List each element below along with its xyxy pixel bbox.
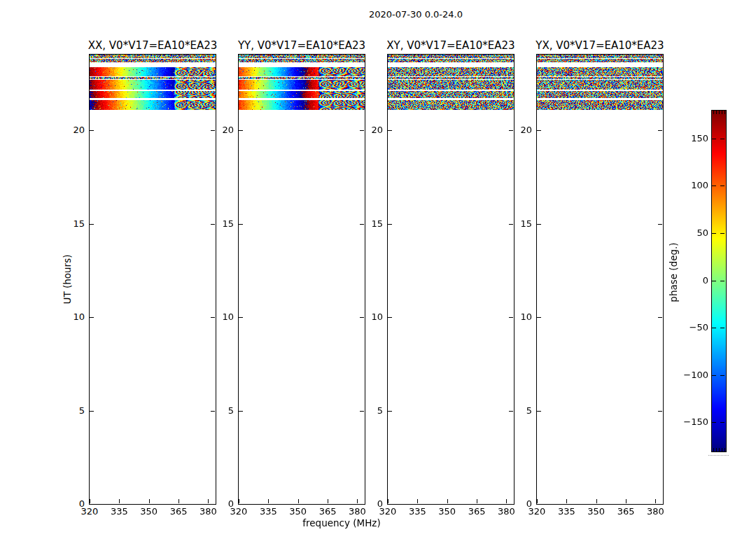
heatmap-canvas-XX xyxy=(90,55,216,504)
y-tick-mark xyxy=(537,411,541,412)
colorbar-tick-mark xyxy=(712,233,716,234)
y-tick-mark xyxy=(239,411,243,412)
colorbar-tick-label: −100 xyxy=(676,370,708,381)
y-tick-mark xyxy=(388,317,392,318)
x-tick-label: 350 xyxy=(135,506,163,517)
y-tick-mark xyxy=(90,504,94,505)
colorbar-dotted-underline xyxy=(708,455,729,456)
y-tick-label: 10 xyxy=(357,312,383,323)
x-tick-mark xyxy=(477,499,477,503)
heatmap-canvas-XY xyxy=(388,55,514,504)
heatmap-canvas-YY xyxy=(239,55,365,504)
y-tick-label: 5 xyxy=(208,405,234,416)
y-tick-mark xyxy=(388,224,392,225)
x-tick-mark xyxy=(328,499,328,503)
x-tick-mark xyxy=(298,499,299,503)
x-tick-mark xyxy=(655,499,656,503)
y-tick-label: 20 xyxy=(506,125,532,136)
colorbar-tick-label: −50 xyxy=(676,322,708,333)
colorbar-tick-mark xyxy=(712,281,716,281)
y-tick-label: 20 xyxy=(357,125,383,136)
colorbar-tick-mark xyxy=(720,139,724,139)
y-tick-mark xyxy=(388,504,392,505)
x-tick-label: 365 xyxy=(164,506,192,517)
y-tick-mark xyxy=(658,130,662,131)
y-tick-label: 10 xyxy=(59,312,85,323)
x-tick-mark xyxy=(119,499,120,503)
figure-title: 2020-07-30 0.0-24.0 xyxy=(276,9,556,20)
colorbar-tick-mark xyxy=(712,139,716,139)
x-tick-label: 335 xyxy=(403,506,431,517)
y-tick-mark xyxy=(537,130,541,131)
colorbar-tick-mark xyxy=(720,328,724,328)
y-tick-mark xyxy=(90,224,94,225)
heatmap-panel-XX xyxy=(89,54,216,505)
colorbar xyxy=(711,110,727,452)
x-tick-mark xyxy=(90,499,90,503)
x-tick-mark xyxy=(178,499,179,503)
y-tick-label: 15 xyxy=(506,218,532,230)
y-tick-mark xyxy=(388,411,392,412)
colorbar-tick-label: 150 xyxy=(676,133,708,144)
y-tick-label: 15 xyxy=(59,218,85,230)
y-tick-label: 5 xyxy=(59,405,85,416)
x-tick-label: 335 xyxy=(552,506,580,517)
y-tick-mark xyxy=(239,224,243,225)
x-tick-label: 365 xyxy=(463,506,491,517)
x-tick-mark xyxy=(417,499,418,503)
y-tick-label: 20 xyxy=(208,125,234,136)
y-axis-label: UT (hours) xyxy=(62,255,73,304)
y-tick-mark xyxy=(537,317,541,318)
x-tick-label: 320 xyxy=(76,506,104,517)
heatmap-canvas-YX xyxy=(537,55,663,504)
x-tick-mark xyxy=(626,499,626,503)
x-axis-label: frequency (MHz) xyxy=(272,517,412,528)
y-tick-mark xyxy=(388,130,392,131)
colorbar-tick-label: 50 xyxy=(676,227,708,239)
y-tick-mark xyxy=(537,504,541,505)
x-tick-label: 350 xyxy=(433,506,461,517)
y-tick-mark xyxy=(90,411,94,412)
colorbar-gradient xyxy=(712,111,726,451)
y-tick-mark xyxy=(90,317,94,318)
x-tick-label: 365 xyxy=(612,506,640,517)
colorbar-label: phase (deg.) xyxy=(668,242,679,302)
panel-title-YX: YX, V0*V17=EA10*EA23 xyxy=(495,39,705,52)
x-tick-label: 320 xyxy=(523,506,551,517)
x-tick-label: 335 xyxy=(254,506,282,517)
heatmap-panel-YY xyxy=(238,54,365,505)
colorbar-tick-mark xyxy=(720,186,724,186)
x-tick-mark xyxy=(566,499,567,503)
x-tick-mark xyxy=(268,499,269,503)
y-tick-label: 15 xyxy=(208,218,234,230)
y-tick-mark xyxy=(239,130,243,131)
colorbar-tick-label: 0 xyxy=(676,275,708,286)
y-tick-mark xyxy=(658,504,662,505)
x-tick-mark xyxy=(149,499,150,503)
x-tick-label: 365 xyxy=(314,506,342,517)
y-tick-mark xyxy=(90,130,94,131)
y-tick-mark xyxy=(658,317,662,318)
x-tick-label: 350 xyxy=(284,506,312,517)
y-tick-mark xyxy=(537,224,541,225)
y-tick-label: 5 xyxy=(506,405,532,416)
x-tick-label: 350 xyxy=(582,506,610,517)
figure: 2020-07-30 0.0-24.0 XX, V0*V17=EA10*EA23… xyxy=(0,0,735,560)
colorbar-tick-mark xyxy=(712,375,716,376)
y-tick-mark xyxy=(239,504,243,505)
x-tick-mark xyxy=(447,499,448,503)
y-tick-label: 5 xyxy=(357,405,383,416)
colorbar-tick-mark xyxy=(712,328,716,328)
colorbar-tick-label: 100 xyxy=(676,180,708,191)
x-tick-mark xyxy=(388,499,388,503)
colorbar-tick-mark xyxy=(712,422,716,423)
y-tick-label: 15 xyxy=(357,218,383,230)
heatmap-panel-YX xyxy=(536,54,664,505)
y-tick-label: 10 xyxy=(208,312,234,323)
colorbar-tick-mark xyxy=(720,375,724,376)
x-tick-label: 380 xyxy=(641,506,669,517)
x-tick-label: 320 xyxy=(225,506,253,517)
x-tick-mark xyxy=(596,499,597,503)
y-tick-label: 10 xyxy=(506,312,532,323)
y-tick-label: 20 xyxy=(59,125,85,136)
